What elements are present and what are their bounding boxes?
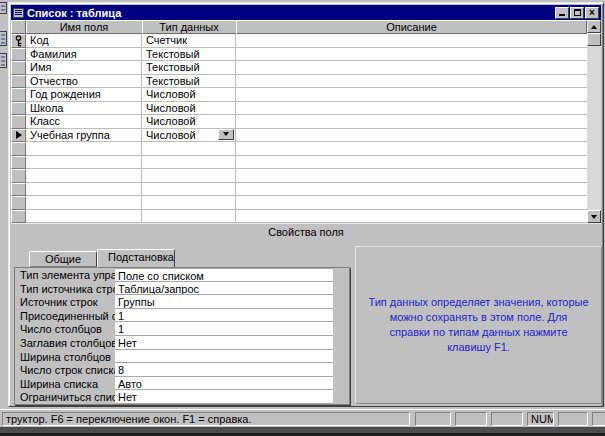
toolbar-fragment-icon [0, 53, 7, 68]
field-description-cell[interactable] [236, 115, 587, 129]
empty-table-row [11, 169, 587, 183]
field-name-cell[interactable]: Имя [26, 61, 142, 75]
field-description-cell[interactable] [236, 196, 587, 210]
field-description-cell[interactable] [236, 156, 587, 170]
row-selector[interactable] [11, 210, 26, 224]
property-label: Заглавия столбцов [15, 336, 115, 350]
help-text: Тип данных определяет значения, которые … [356, 295, 601, 355]
empty-table-row [11, 183, 587, 197]
row-selector[interactable] [11, 61, 26, 75]
column-header-field-name[interactable]: Имя поля [26, 20, 142, 34]
row-selector[interactable] [11, 142, 26, 156]
property-value-field[interactable] [115, 350, 333, 364]
property-value-field[interactable]: 1 [115, 322, 333, 336]
row-selector[interactable] [11, 169, 26, 183]
scroll-down-button[interactable] [587, 210, 601, 223]
tab-general[interactable]: Общие [29, 251, 97, 267]
field-type-cell[interactable] [142, 142, 236, 156]
field-name-cell[interactable]: Год рождения [26, 88, 142, 102]
field-type-cell[interactable]: Текстовый [142, 61, 236, 75]
field-type-cell[interactable]: Числовой [142, 88, 236, 102]
table-row: Фамилия Текстовый [11, 48, 587, 62]
help-panel: Тип данных определяет значения, которые … [355, 246, 602, 404]
tab-lookup[interactable]: Подстановка [97, 249, 175, 267]
field-description-cell[interactable] [236, 102, 587, 116]
data-type-dropdown-button[interactable] [218, 129, 234, 140]
grid-corner-cell [11, 20, 26, 34]
row-selector-current[interactable] [11, 129, 26, 143]
field-name-cell[interactable]: Учебная группа [26, 129, 142, 143]
field-name-cell[interactable] [26, 156, 142, 170]
scrollbar-thumb[interactable] [587, 33, 601, 46]
field-name-cell[interactable] [26, 196, 142, 210]
field-description-cell[interactable] [236, 129, 587, 143]
field-name-cell[interactable]: Отчество [26, 75, 142, 89]
field-description-cell[interactable] [236, 88, 587, 102]
property-value-field[interactable]: 8 [115, 363, 333, 377]
row-selector[interactable] [11, 115, 26, 129]
scroll-up-button[interactable] [587, 20, 601, 33]
vertical-scrollbar[interactable] [587, 20, 601, 223]
maximize-button[interactable] [570, 7, 584, 19]
field-name-cell[interactable]: Класс [26, 115, 142, 129]
field-description-cell[interactable] [236, 48, 587, 62]
window-title: Список : таблица [27, 7, 554, 19]
field-type-cell[interactable]: Счетчик [142, 34, 236, 48]
property-value-field[interactable]: Нет [115, 336, 333, 350]
field-description-cell[interactable] [236, 61, 587, 75]
column-header-data-type[interactable]: Тип данных [142, 20, 236, 34]
property-label: Тип источника строк [15, 282, 115, 296]
field-name-cell[interactable] [26, 169, 142, 183]
empty-table-row [11, 156, 587, 170]
field-type-cell[interactable] [142, 183, 236, 197]
field-name-cell[interactable] [26, 183, 142, 197]
row-selector[interactable] [11, 183, 26, 197]
maximize-icon [574, 9, 581, 16]
column-header-description[interactable]: Описание [236, 20, 587, 34]
field-description-cell[interactable] [236, 210, 587, 224]
field-type-cell[interactable]: Числовой [142, 129, 236, 143]
field-description-cell[interactable] [236, 34, 587, 48]
status-panel [592, 412, 605, 426]
property-label: Источник строк [15, 295, 115, 309]
field-name-cell[interactable] [26, 210, 142, 224]
field-type-cell[interactable] [142, 196, 236, 210]
row-selector[interactable] [11, 102, 26, 116]
field-type-cell[interactable]: Текстовый [142, 48, 236, 62]
row-selector[interactable] [11, 196, 26, 210]
table-window-icon[interactable] [13, 8, 24, 18]
field-name-cell[interactable]: Школа [26, 102, 142, 116]
row-selector[interactable] [11, 156, 26, 170]
property-value-field[interactable]: Группы [115, 295, 333, 309]
property-value-field[interactable]: Таблица/запрос [115, 282, 333, 296]
minimize-button[interactable] [555, 7, 569, 19]
field-name-cell[interactable] [26, 142, 142, 156]
scrollbar-track[interactable] [587, 46, 601, 210]
field-type-cell[interactable]: Числовой [142, 115, 236, 129]
field-type-cell[interactable] [142, 169, 236, 183]
property-label: Число строк списка [15, 363, 115, 377]
field-description-cell[interactable] [236, 142, 587, 156]
grid-header-row: Имя поля Тип данных Описание [11, 20, 587, 34]
field-name-cell[interactable]: Фамилия [26, 48, 142, 62]
property-row: Ширина столбцов [15, 350, 333, 364]
table-row: Школа Числовой [11, 102, 587, 116]
field-description-cell[interactable] [236, 183, 587, 197]
property-value-field[interactable]: 1 [115, 309, 333, 323]
property-value-field[interactable]: Авто [115, 377, 333, 391]
table-row: Год рождения Числовой [11, 88, 587, 102]
property-value-field[interactable]: Нет [115, 390, 333, 404]
row-selector[interactable] [11, 34, 26, 48]
close-button[interactable]: × [585, 7, 599, 19]
field-description-cell[interactable] [236, 75, 587, 89]
row-selector[interactable] [11, 75, 26, 89]
field-type-cell[interactable]: Текстовый [142, 75, 236, 89]
row-selector[interactable] [11, 88, 26, 102]
property-value-field[interactable]: Поле со списком [115, 268, 333, 282]
field-type-cell[interactable] [142, 210, 236, 224]
field-name-cell[interactable]: Код [26, 34, 142, 48]
field-type-cell[interactable] [142, 156, 236, 170]
row-selector[interactable] [11, 48, 26, 62]
field-type-cell[interactable]: Числовой [142, 102, 236, 116]
field-description-cell[interactable] [236, 169, 587, 183]
